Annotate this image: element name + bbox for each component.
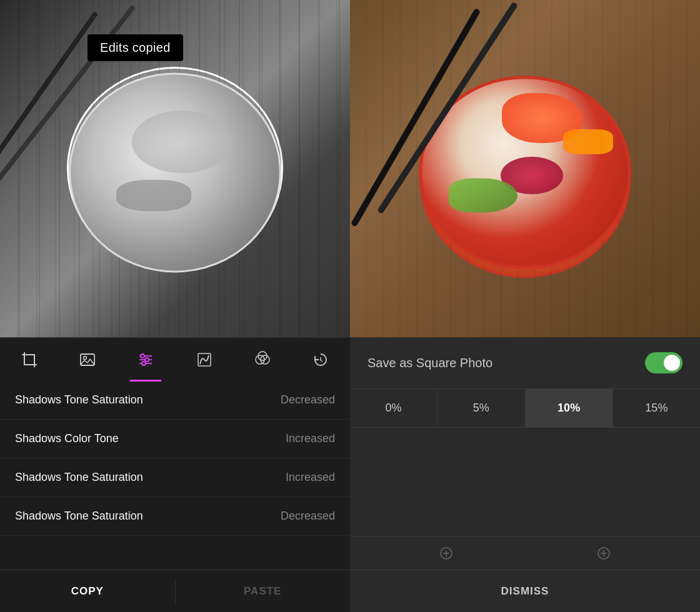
history-label-3: Shadows Tone Saturation — [15, 471, 143, 484]
dismiss-row: DISMISS — [350, 570, 700, 612]
image-icon — [79, 351, 96, 368]
curves-icon — [196, 351, 213, 368]
partial-icons-row — [350, 536, 700, 570]
right-panel: Save as Square Photo 0% 5% 10% 15% — [350, 0, 700, 612]
left-panel: Edits copied — [0, 0, 350, 612]
blend-icon — [254, 351, 271, 368]
history-icon — [312, 351, 329, 368]
history-value-4: Decreased — [281, 510, 335, 523]
history-label-4: Shadows Tone Saturation — [15, 510, 143, 523]
percent-selector: 0% 5% 10% 15% — [350, 389, 700, 428]
history-value-1: Decreased — [281, 393, 335, 407]
svg-line-13 — [321, 360, 322, 362]
curves-tool-button[interactable] — [189, 344, 220, 375]
svg-rect-0 — [81, 354, 94, 365]
history-row-3[interactable]: Shadows Tone Saturation Increased — [0, 458, 350, 497]
svg-point-5 — [141, 354, 144, 358]
option-icon-2 — [596, 546, 611, 561]
adjust-tool-button[interactable] — [130, 344, 161, 375]
percent-0-button[interactable]: 0% — [350, 389, 438, 427]
option-icon-1 — [439, 546, 454, 561]
history-row-1[interactable]: Shadows Tone Saturation Decreased — [0, 381, 350, 420]
history-label-1: Shadows Tone Saturation — [15, 393, 143, 407]
extra-options-area — [350, 428, 700, 570]
crop-tool-button[interactable] — [14, 344, 45, 375]
partial-icon-right — [596, 546, 611, 561]
save-square-row: Save as Square Photo — [350, 337, 700, 389]
percent-15-button[interactable]: 15% — [613, 389, 700, 427]
bottom-actions: COPY PASTE — [0, 570, 350, 612]
color-photo — [350, 0, 700, 337]
save-square-label: Save as Square Photo — [368, 356, 492, 370]
history-row-4[interactable]: Shadows Tone Saturation Decreased — [0, 497, 350, 536]
right-settings: Save as Square Photo 0% 5% 10% 15% — [350, 337, 700, 612]
percent-5-button[interactable]: 5% — [438, 389, 525, 427]
percent-10-button[interactable]: 10% — [526, 389, 613, 427]
edits-copied-badge: Edits copied — [88, 34, 183, 61]
crop-icon — [21, 351, 38, 368]
toolbar — [0, 337, 350, 381]
dismiss-button[interactable]: DISMISS — [501, 585, 549, 598]
history-tool-button[interactable] — [305, 344, 336, 375]
history-value-2: Increased — [286, 432, 335, 445]
partial-icon-left — [439, 546, 454, 561]
svg-point-6 — [145, 358, 149, 362]
edit-history-list: Shadows Tone Saturation Decreased Shadow… — [0, 381, 350, 570]
adjust-icon — [137, 351, 154, 368]
blend-tool-button[interactable] — [247, 344, 278, 375]
svg-point-7 — [142, 362, 146, 365]
history-label-2: Shadows Color Tone — [15, 432, 119, 445]
bw-photo-container: Edits copied — [0, 0, 350, 337]
image-tool-button[interactable] — [72, 344, 103, 375]
copy-button[interactable]: COPY — [0, 585, 175, 598]
svg-point-1 — [83, 356, 86, 359]
history-value-3: Increased — [286, 471, 335, 484]
paste-button[interactable]: PASTE — [176, 585, 351, 598]
save-square-toggle[interactable] — [645, 352, 682, 373]
color-photo-container — [350, 0, 700, 337]
history-row-2[interactable]: Shadows Color Tone Increased — [0, 420, 350, 458]
